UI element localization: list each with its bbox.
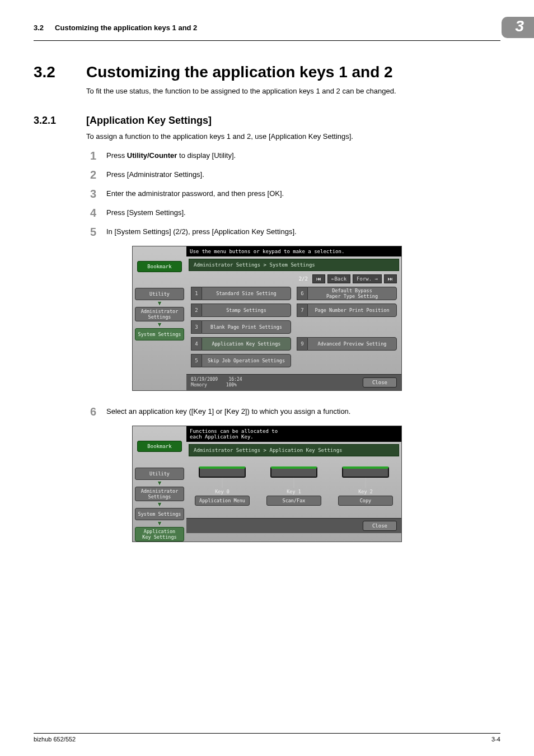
step-3: 3 Enter the administrator password, and … <box>86 189 500 199</box>
step-text: Press Utility/Counter to display [Utilit… <box>106 151 236 161</box>
arrow-down-icon: ▼ <box>158 520 162 527</box>
opt-stamp[interactable]: 2Stamp Settings <box>191 304 291 317</box>
heading-1: 3.2 Customizing the application keys 1 a… <box>34 63 500 81</box>
sidebar-system-settings[interactable]: System Settings <box>135 508 184 520</box>
step-num: 2 <box>86 170 96 180</box>
arrow-down-icon: ▼ <box>158 300 162 307</box>
heading-2: 3.2.1 [Application Key Settings] <box>34 115 500 127</box>
step-num: 5 <box>86 227 96 237</box>
opt-advanced-preview[interactable]: 9Advanced Preview Setting <box>297 337 397 351</box>
sidebar-admin-settings[interactable]: Administrator Settings <box>135 487 184 501</box>
heading-1-num: 3.2 <box>34 63 69 81</box>
status-meta: 03/19/2009 16:24 Memory 100% <box>191 377 242 388</box>
pager: 2/2 ⏮ ←Back Forw. → ⏭ <box>186 271 401 284</box>
key-1[interactable]: Key 1 Scan/Fax <box>266 466 321 506</box>
key-label: Key 0 <box>215 489 229 494</box>
pager-last-button[interactable]: ⏭ <box>384 274 397 283</box>
heading-2-desc: To assign a function to the application … <box>86 132 500 141</box>
step-5: 5 In [System Settings] (2/2), press [App… <box>86 227 500 237</box>
heading-1-title: Customizing the application keys 1 and 2 <box>86 63 393 81</box>
key-icon <box>199 466 246 478</box>
step-4: 4 Press [System Settings]. <box>86 208 500 218</box>
key-icon <box>342 466 389 478</box>
arrow-down-icon: ▼ <box>158 480 162 487</box>
step-text: Select an application key ([Key 1] or [K… <box>106 407 350 417</box>
sidebar-utility[interactable]: Utility <box>135 468 184 480</box>
screenshot-system-settings: Bookmark Utility ▼ Administrator Setting… <box>132 246 402 391</box>
opt-default-bypass[interactable]: 6Default Bypass Paper Type Setting <box>297 287 397 300</box>
step-text: In [System Settings] (2/2), press [Appli… <box>106 227 297 237</box>
step-6: 6 Select an application key ([Key 1] or … <box>86 407 500 417</box>
step-num: 4 <box>86 208 96 218</box>
pager-back-button[interactable]: ←Back <box>327 274 350 283</box>
step-num: 6 <box>86 407 96 417</box>
opt-page-number[interactable]: 7Page Number Print Position <box>297 304 397 317</box>
key-label: Key 1 <box>287 489 301 494</box>
arrow-down-icon: ▼ <box>158 501 162 508</box>
page-indicator: 2/2 <box>297 275 310 283</box>
key-2[interactable]: Key 2 Copy <box>338 466 393 506</box>
heading-2-num: 3.2.1 <box>34 115 69 127</box>
step-num: 1 <box>86 151 96 161</box>
pager-fwd-button[interactable]: Forw. → <box>353 274 382 283</box>
header-section-num: 3.2 <box>34 24 44 32</box>
opt-blank-page[interactable]: 3Blank Page Print Settings <box>191 320 291 334</box>
bookmark-button[interactable]: Bookmark <box>137 261 182 272</box>
bookmark-button[interactable]: Bookmark <box>137 441 182 452</box>
heading-2-title: [Application Key Settings] <box>86 115 212 127</box>
close-button[interactable]: Close <box>363 521 397 531</box>
sidebar-admin-settings[interactable]: Administrator Settings <box>135 307 184 321</box>
chapter-tab: 3 <box>502 17 534 38</box>
header-section-title: Customizing the application keys 1 and 2 <box>55 24 502 32</box>
step-text: Press [System Settings]. <box>106 208 186 218</box>
key-value[interactable]: Application Menu <box>195 496 250 506</box>
sidebar-utility[interactable]: Utility <box>135 288 184 300</box>
key-label: Key 2 <box>358 489 373 494</box>
step-text: Press [Administrator Settings]. <box>106 170 204 180</box>
step-2: 2 Press [Administrator Settings]. <box>86 170 500 180</box>
step-num: 3 <box>86 189 96 199</box>
close-button[interactable]: Close <box>363 377 397 388</box>
key-icon <box>270 466 317 478</box>
arrow-down-icon: ▼ <box>158 321 162 328</box>
opt-app-key-settings[interactable]: 4Application Key Settings <box>191 337 291 351</box>
page-footer: bizhub 652/552 3-4 <box>34 733 500 743</box>
step-text: Enter the administrator password, and th… <box>106 189 284 199</box>
sidebar-system-settings[interactable]: System Settings <box>135 328 184 340</box>
pager-first-button[interactable]: ⏮ <box>312 274 325 283</box>
key-0[interactable]: Key 0 Application Menu <box>195 466 250 506</box>
footer-page: 3-4 <box>491 736 500 743</box>
step-1: 1 Press Utility/Counter to display [Util… <box>86 151 500 161</box>
key-value[interactable]: Scan/Fax <box>266 496 321 506</box>
opt-skip-job[interactable]: 5Skip Job Operation Settings <box>191 354 291 367</box>
opt-standard-size[interactable]: 1Standard Size Setting <box>191 287 291 300</box>
instruction-bar: Functions can be allocated to each Appli… <box>186 426 401 442</box>
key-value[interactable]: Copy <box>338 496 393 506</box>
breadcrumb-bar: Administrator Settings > Application Key… <box>189 444 399 456</box>
running-header: 3.2 Customizing the application keys 1 a… <box>34 17 500 41</box>
footer-model: bizhub 652/552 <box>34 736 76 743</box>
screenshot-app-key-settings: Bookmark Utility ▼ Administrator Setting… <box>132 426 402 542</box>
heading-1-desc: To fit the use status, the function to b… <box>86 87 500 95</box>
breadcrumb-bar: Administrator Settings > System Settings <box>189 259 399 271</box>
instruction-bar: Use the menu buttons or keypad to make a… <box>186 246 401 256</box>
sidebar-app-key-settings[interactable]: Application Key Settings <box>135 527 184 542</box>
